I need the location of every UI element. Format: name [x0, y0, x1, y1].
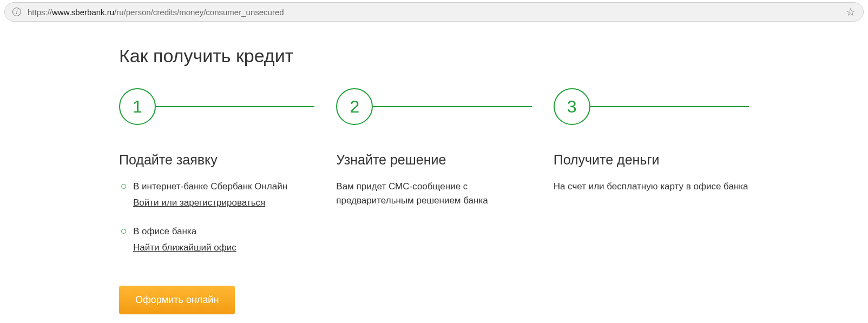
step-options-list: В интернет-банке Сбербанк Онлайн Войти и… [119, 180, 314, 254]
list-item: В офисе банка Найти ближайший офис [119, 225, 314, 254]
step-title: Подайте заявку [119, 152, 314, 168]
step-body: На счет или бесплатную карту в офисе бан… [554, 180, 749, 194]
bookmark-star-icon[interactable]: ☆ [846, 5, 856, 18]
step-header: 3 [554, 88, 749, 125]
url-prefix: https:// [28, 8, 52, 17]
step-3: 3 Получите деньги На счет или бесплатную… [554, 88, 749, 314]
info-icon[interactable]: i [12, 8, 21, 16]
url-domain: www.sberbank.ru [52, 8, 114, 17]
page-title: Как получить кредит [119, 45, 749, 67]
step-1: 1 Подайте заявку В интернет-банке Сберба… [119, 88, 314, 314]
browser-address-bar[interactable]: i https://www.sberbank.ru/ru/person/cred… [4, 2, 864, 22]
apply-online-button[interactable]: Оформить онлайн [119, 286, 235, 314]
list-item: В интернет-банке Сбербанк Онлайн Войти и… [119, 180, 314, 209]
step-line [156, 106, 314, 107]
list-item-text: В интернет-банке Сбербанк Онлайн [133, 181, 287, 192]
step-number-circle: 2 [336, 88, 373, 125]
list-item-text: В офисе банка [133, 226, 196, 236]
page-content: Как получить кредит 1 Подайте заявку В и… [0, 24, 868, 323]
step-header: 1 [119, 88, 314, 125]
step-title: Получите деньги [554, 152, 749, 168]
login-register-link[interactable]: Войти или зарегистрироваться [133, 196, 265, 210]
step-2: 2 Узнайте решение Вам придет СМС-сообщен… [336, 88, 531, 314]
steps-row: 1 Подайте заявку В интернет-банке Сберба… [119, 88, 749, 314]
step-line [373, 106, 531, 107]
url-display: https://www.sberbank.ru/ru/person/credit… [28, 8, 846, 17]
step-line [590, 106, 749, 107]
step-body: Вам придет СМС-сообщение с предварительн… [336, 180, 531, 207]
step-header: 2 [336, 88, 531, 125]
step-number-circle: 3 [554, 88, 590, 125]
step-title: Узнайте решение [336, 152, 531, 168]
find-office-link[interactable]: Найти ближайший офис [133, 241, 236, 255]
url-path: /ru/person/credits/money/consumer_unsecu… [114, 8, 284, 17]
step-number-circle: 1 [119, 88, 156, 125]
